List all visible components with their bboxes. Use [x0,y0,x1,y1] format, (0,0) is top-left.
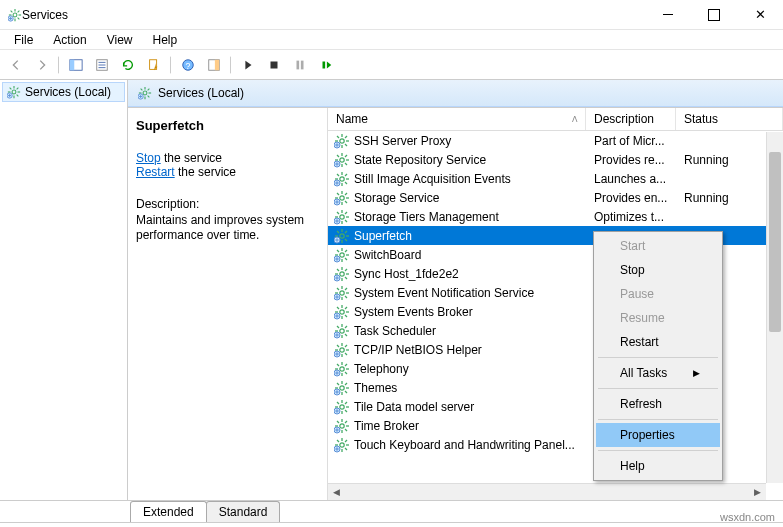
menu-item-start: Start [596,234,720,258]
show-hide-tree-button[interactable] [64,53,88,77]
svg-rect-13 [70,59,74,70]
service-name: Superfetch [354,229,590,243]
menu-separator [598,419,718,420]
svg-rect-24 [297,60,300,69]
close-button[interactable] [737,0,783,30]
menu-view[interactable]: View [97,31,143,49]
action-pane-button[interactable] [202,53,226,77]
desc-text: Maintains and improves system performanc… [136,213,304,243]
view-tabs: Extended Standard [0,500,783,522]
tab-extended[interactable]: Extended [130,501,207,522]
service-row[interactable]: Still Image Acquisition EventsLaunches a… [328,169,783,188]
service-icon [334,418,350,434]
context-menu: StartStopPauseResumeRestartAll Tasks▶Ref… [593,231,723,481]
stop-link[interactable]: Stop [136,151,161,165]
menu-help[interactable]: Help [143,31,188,49]
service-row[interactable]: SSH Server ProxyPart of Micr... [328,131,783,150]
service-name: Storage Tiers Management [354,210,590,224]
service-name: Task Scheduler [354,324,590,338]
service-icon [334,342,350,358]
refresh-button[interactable] [116,53,140,77]
restart-service-button[interactable] [314,53,338,77]
services-icon [138,86,152,100]
svg-rect-26 [323,61,326,68]
menu-item-properties[interactable]: Properties [596,423,720,447]
watermark: wsxdn.com [720,511,775,523]
service-icon [334,304,350,320]
service-desc: Provides en... [590,191,680,205]
menu-separator [598,357,718,358]
menu-item-pause: Pause [596,282,720,306]
menu-item-stop[interactable]: Stop [596,258,720,282]
service-icon [334,380,350,396]
export-button[interactable] [142,53,166,77]
stop-service-button[interactable] [262,53,286,77]
service-name: Still Image Acquisition Events [354,172,590,186]
forward-button[interactable] [30,53,54,77]
vertical-scrollbar[interactable] [766,132,783,483]
menu-separator [598,450,718,451]
service-name: State Repository Service [354,153,590,167]
menu-action[interactable]: Action [43,31,96,49]
service-row[interactable]: Storage ServiceProvides en...Running [328,188,783,207]
service-row[interactable]: Storage Tiers ManagementOptimizes t... [328,207,783,226]
service-name: SwitchBoard [354,248,590,262]
menubar: File Action View Help [0,30,783,50]
separator [58,56,60,74]
col-status[interactable]: Status [676,108,783,130]
pause-service-button[interactable] [288,53,312,77]
toolbar: ? [0,50,783,80]
scroll-right-icon[interactable]: ▶ [749,484,766,501]
col-description[interactable]: Description [586,108,676,130]
svg-rect-23 [271,61,278,68]
col-name[interactable]: Nameᐱ [328,108,586,130]
selected-service-name: Superfetch [136,118,319,133]
separator [170,56,172,74]
menu-item-refresh[interactable]: Refresh [596,392,720,416]
service-name: Sync Host_1fde2e2 [354,267,590,281]
service-name: Touch Keyboard and Handwriting Panel... [354,438,590,452]
service-icon [334,190,350,206]
properties-toolbar-button[interactable] [90,53,114,77]
service-icon [334,152,350,168]
app-icon [8,8,22,22]
menu-file[interactable]: File [4,31,43,49]
service-name: SSH Server Proxy [354,134,590,148]
help-button[interactable]: ? [176,53,200,77]
service-name: Storage Service [354,191,590,205]
services-icon [7,85,21,99]
service-desc: Optimizes t... [590,210,680,224]
minimize-button[interactable] [645,0,691,30]
tab-standard[interactable]: Standard [206,501,281,522]
menu-separator [598,388,718,389]
service-icon [334,247,350,263]
restart-link[interactable]: Restart [136,165,175,179]
menu-item-restart[interactable]: Restart [596,330,720,354]
statusbar: Opens the properties dialog box for the … [0,522,783,527]
service-name: Tile Data model server [354,400,590,414]
service-icon [334,437,350,453]
horizontal-scrollbar[interactable]: ◀ ▶ [328,483,766,500]
service-icon [334,133,350,149]
svg-rect-22 [215,59,219,70]
submenu-arrow-icon: ▶ [693,368,700,378]
service-name: System Events Broker [354,305,590,319]
service-icon [334,361,350,377]
menu-item-resume: Resume [596,306,720,330]
back-button[interactable] [4,53,28,77]
maximize-button[interactable] [691,0,737,30]
menu-item-all-tasks[interactable]: All Tasks▶ [596,361,720,385]
tree-item-label: Services (Local) [25,85,111,99]
start-service-button[interactable] [236,53,260,77]
scroll-left-icon[interactable]: ◀ [328,484,345,501]
list-header: Services (Local) [128,80,783,107]
service-row[interactable]: State Repository ServiceProvides re...Ru… [328,150,783,169]
service-name: Telephony [354,362,590,376]
service-desc: Provides re... [590,153,680,167]
service-icon [334,209,350,225]
service-icon [334,266,350,282]
detail-pane: Superfetch Stop the service Restart the … [128,108,328,500]
menu-item-help[interactable]: Help [596,454,720,478]
tree-item-services-local[interactable]: Services (Local) [2,82,125,102]
service-name: Themes [354,381,590,395]
